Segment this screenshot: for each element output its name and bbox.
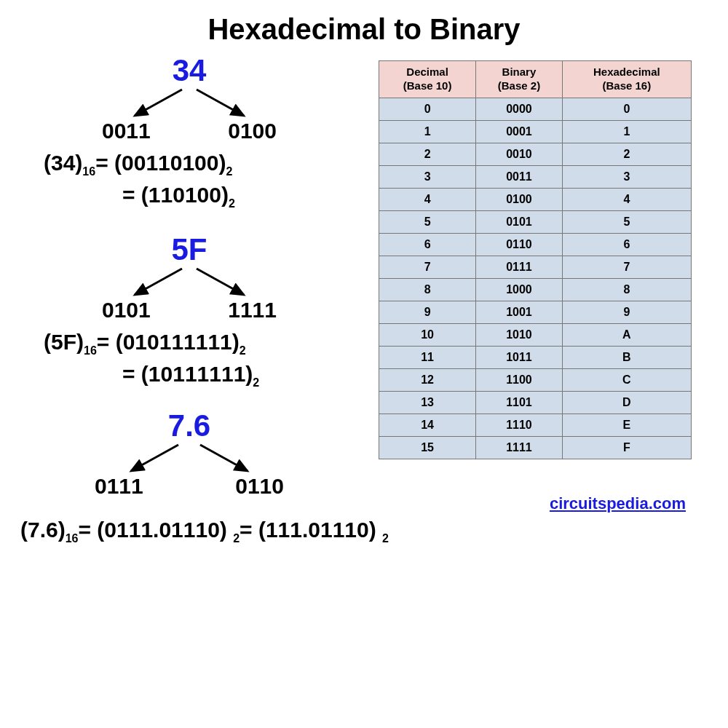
nibble-left: 0101 (102, 298, 151, 323)
content-row: 34 0011 0100 (34)16= (00110100)2 = (1101… (0, 46, 728, 513)
table-row: 121100C (379, 368, 692, 391)
table-row: 300113 (379, 165, 692, 188)
svg-line-3 (197, 269, 244, 295)
svg-line-4 (131, 445, 178, 471)
table-row: 601106 (379, 233, 692, 256)
table-row: 151111F (379, 436, 692, 459)
nibble-row: 0011 0100 (80, 119, 298, 143)
table-row: 910019 (379, 301, 692, 323)
table-row: 100011 (379, 120, 692, 143)
table-row: 810008 (379, 278, 692, 301)
nibble-right: 0110 (235, 474, 284, 499)
nibble-left: 0011 (102, 119, 151, 143)
table-row: 111011B (379, 346, 692, 368)
header-hex: Hexadecimal(Base 16) (562, 61, 691, 98)
table-body: 000000 100011 200102 300113 401004 50101… (379, 98, 692, 459)
svg-line-2 (135, 269, 182, 295)
table-row: 131101D (379, 391, 692, 414)
header-decimal: Decimal(Base 10) (379, 61, 476, 98)
arrow-icon (80, 267, 298, 298)
credit-link[interactable]: circuitspedia.com (379, 494, 686, 513)
nibble-row: 0111 0110 (80, 474, 298, 499)
split-arrows (80, 267, 298, 298)
examples-column: 34 0011 0100 (34)16= (00110100)2 = (1101… (0, 46, 379, 499)
equation-trim: = (110100)2 (122, 183, 379, 210)
table-row: 501015 (379, 210, 692, 233)
example-5f: 5F 0101 1111 (5F)16= (010111111)2 = (101… (22, 232, 379, 389)
hex-value: 5F (80, 232, 298, 267)
conversion-table: Decimal(Base 10) Binary(Base 2) Hexadeci… (379, 60, 692, 459)
equation-full: (34)16= (00110100)2 (44, 151, 379, 178)
arrow-icon (80, 88, 298, 119)
split-arrows (80, 88, 298, 119)
table-header-row: Decimal(Base 10) Binary(Base 2) Hexadeci… (379, 61, 692, 98)
table-row: 101010A (379, 323, 692, 346)
nibble-row: 0101 1111 (80, 298, 298, 323)
nibble-left: 0111 (95, 474, 143, 499)
split-arrows (80, 443, 298, 474)
svg-line-5 (200, 445, 248, 471)
table-row: 701117 (379, 256, 692, 278)
example-34: 34 0011 0100 (34)16= (00110100)2 = (1101… (22, 53, 379, 210)
table-row: 141110E (379, 414, 692, 436)
header-binary: Binary(Base 2) (476, 61, 563, 98)
table-column: Decimal(Base 10) Binary(Base 2) Hexadeci… (379, 46, 713, 513)
table-row: 401004 (379, 188, 692, 210)
table-row: 200102 (379, 143, 692, 165)
equation-full: (5F)16= (010111111)2 (44, 330, 379, 357)
hex-value: 34 (80, 53, 298, 88)
page-title: Hexadecimal to Binary (0, 0, 728, 46)
equation-trim: = (10111111)2 (122, 362, 379, 389)
svg-line-1 (197, 90, 244, 116)
svg-line-0 (135, 90, 182, 116)
hex-value: 7.6 (80, 408, 298, 443)
example-7-6: 7.6 0111 0110 (22, 408, 379, 499)
nibble-right: 1111 (228, 298, 277, 323)
nibble-right: 0100 (228, 119, 277, 143)
arrow-icon (80, 443, 298, 474)
table-row: 000000 (379, 98, 692, 120)
equation-final: (7.6)16= (0111.01110) 2= (111.01110) 2 (20, 518, 728, 545)
